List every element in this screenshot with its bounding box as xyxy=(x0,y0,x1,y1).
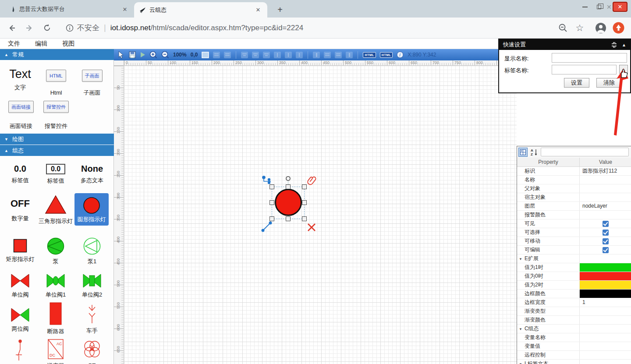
palette-item-multitext[interactable]: None 多态文本 xyxy=(74,164,110,184)
property-row[interactable]: 可移动 xyxy=(517,237,631,246)
property-value[interactable] xyxy=(580,351,631,359)
property-search-box[interactable] xyxy=(541,148,629,156)
palette-item-pump1[interactable]: 泵1 xyxy=(74,237,110,265)
palette-item-alarm[interactable]: 报警控件 报警控件 xyxy=(39,101,73,129)
design-grid[interactable] xyxy=(124,66,517,364)
delete-node-icon[interactable] xyxy=(307,223,316,232)
property-value[interactable] xyxy=(580,211,631,219)
checkbox-checked-icon[interactable] xyxy=(603,230,609,236)
property-row[interactable]: 可见 xyxy=(517,219,631,228)
property-value[interactable] xyxy=(580,316,631,324)
tag-browse-button[interactable]: ... xyxy=(619,65,628,74)
same-height-icon[interactable] xyxy=(335,52,342,58)
menu-view[interactable]: 视图 xyxy=(62,40,74,48)
resize-handle-ne[interactable] xyxy=(302,184,307,189)
set-button[interactable]: 设置 xyxy=(564,78,589,88)
ungroup-icon[interactable] xyxy=(224,52,231,58)
palette-item-valve2[interactable]: 单位阀2 xyxy=(74,273,110,298)
profile-avatar[interactable] xyxy=(594,21,607,35)
clear-button[interactable]: 清除 xyxy=(596,78,622,88)
palette-item-screenlink[interactable]: 画面链接 画面链接 xyxy=(4,101,39,129)
palette-item-subscreen[interactable]: 子画面 子画面 xyxy=(74,67,110,96)
property-row[interactable]: 渐变颜色 xyxy=(517,316,631,325)
palette-item-tagvalue[interactable]: 0.0 标签值 xyxy=(3,164,38,184)
browser-brand-button[interactable] xyxy=(612,21,625,35)
property-row[interactable]: 父对象 xyxy=(517,184,631,193)
checkbox-checked-icon[interactable] xyxy=(603,221,609,227)
same-width-icon[interactable] xyxy=(324,52,331,58)
draw-line-tool-icon[interactable] xyxy=(261,221,273,232)
palette-item-knife-switch[interactable]: 刀闸 xyxy=(3,339,38,364)
menu-file[interactable]: 文件 xyxy=(8,40,20,48)
resize-handle-w[interactable] xyxy=(269,200,274,205)
zoom-out-page-icon[interactable] xyxy=(557,21,570,35)
property-value[interactable] xyxy=(580,176,631,184)
property-row[interactable]: 标识圆形指示灯112 xyxy=(517,167,631,176)
property-row[interactable]: 远程控制 xyxy=(517,351,631,360)
property-row[interactable]: 边框宽度1 xyxy=(517,298,631,307)
resize-handle-s[interactable] xyxy=(286,216,291,221)
tab-close-icon[interactable]: ✕ xyxy=(254,6,262,14)
align-bottom-icon[interactable] xyxy=(296,52,303,58)
dock-icon[interactable] xyxy=(611,42,617,48)
html-export-icon[interactable]: HTML xyxy=(363,52,376,58)
property-row[interactable]: 值为1时 xyxy=(517,263,631,272)
palette-item-valve1[interactable]: 单位阀1 xyxy=(39,273,73,298)
distribute-horizontal-icon[interactable] xyxy=(313,52,320,58)
property-row[interactable]: 变量值 xyxy=(517,342,631,351)
palette-item-pump[interactable]: 泵 xyxy=(39,237,73,265)
menu-edit[interactable]: 编辑 xyxy=(35,40,47,48)
attach-paperclip-icon[interactable] xyxy=(307,176,316,187)
tab-dataplatform[interactable]: 思普云大数据平台 ✕ xyxy=(6,3,133,16)
palette-item-html[interactable]: HTML Html xyxy=(39,67,73,96)
about-info-icon[interactable]: i xyxy=(397,51,404,58)
reload-button[interactable] xyxy=(40,21,53,35)
property-row[interactable]: 名称 xyxy=(517,176,631,184)
html-preview-icon[interactable]: HTML xyxy=(380,52,393,58)
palette-item-inverter[interactable]: ACDC 逆变器 xyxy=(39,339,73,364)
align-middle-icon[interactable] xyxy=(285,52,292,58)
forward-button[interactable] xyxy=(23,21,36,35)
bookmark-star-icon[interactable]: ☆ xyxy=(573,21,586,35)
connect-tool-icon[interactable] xyxy=(262,175,273,187)
align-center-icon[interactable] xyxy=(252,52,259,58)
palette-item-digital[interactable]: OFF 数字量 xyxy=(3,198,38,222)
palette-item-triangle-indicator[interactable]: 三角形指示灯 xyxy=(39,194,73,224)
save-icon[interactable] xyxy=(129,51,136,58)
window-restore-button[interactable] xyxy=(593,3,605,11)
property-category-row[interactable]: ▼E扩展 xyxy=(517,254,631,263)
collapse-panel-icon[interactable]: ▲ xyxy=(622,42,626,47)
property-value[interactable]: 圆形指示灯112 xyxy=(580,167,631,175)
color-swatch[interactable] xyxy=(580,290,631,298)
tab-close-icon[interactable]: ✕ xyxy=(121,5,129,13)
info-icon[interactable] xyxy=(66,24,74,32)
sort-az-icon[interactable]: AZ xyxy=(529,147,539,157)
palette-item-tagvalue-boxed[interactable]: 0.0 标签值 xyxy=(39,164,73,184)
categorized-view-icon[interactable] xyxy=(518,148,528,157)
align-top-icon[interactable] xyxy=(274,52,281,58)
property-category-row[interactable]: ▼C组态 xyxy=(517,325,631,333)
section-draw[interactable]: ▼ 绘图 xyxy=(0,134,114,145)
circle-indicator-node[interactable] xyxy=(275,189,302,216)
property-row[interactable]: 可选择 xyxy=(517,228,631,237)
palette-item-valve3[interactable]: 两位阀 xyxy=(3,307,38,332)
back-button[interactable] xyxy=(5,21,18,35)
window-close-button[interactable]: ✕ xyxy=(613,2,627,12)
property-row[interactable]: 变量名称 xyxy=(517,333,631,342)
display-name-input[interactable] xyxy=(552,53,627,63)
canvas-settings-icon[interactable] xyxy=(202,52,209,58)
property-value[interactable] xyxy=(580,184,631,193)
property-row[interactable]: 可编辑 xyxy=(517,246,631,254)
quick-settings-header[interactable]: 快速设置 ▲ xyxy=(499,39,630,50)
property-row[interactable]: 报警颜色 xyxy=(517,211,631,219)
resize-handle-e[interactable] xyxy=(302,200,307,205)
property-row[interactable]: 边框颜色 xyxy=(517,290,631,298)
property-row[interactable]: 渐变类型 xyxy=(517,307,631,316)
property-value[interactable] xyxy=(580,333,631,342)
group-icon[interactable] xyxy=(213,52,220,58)
resize-handle-se[interactable] xyxy=(302,216,307,221)
resize-handle-n[interactable] xyxy=(286,184,291,189)
palette-item-valve[interactable]: 单位阀 xyxy=(3,273,38,298)
palette-item-breaker[interactable]: 断路器 xyxy=(39,302,73,335)
property-value[interactable] xyxy=(580,307,631,315)
